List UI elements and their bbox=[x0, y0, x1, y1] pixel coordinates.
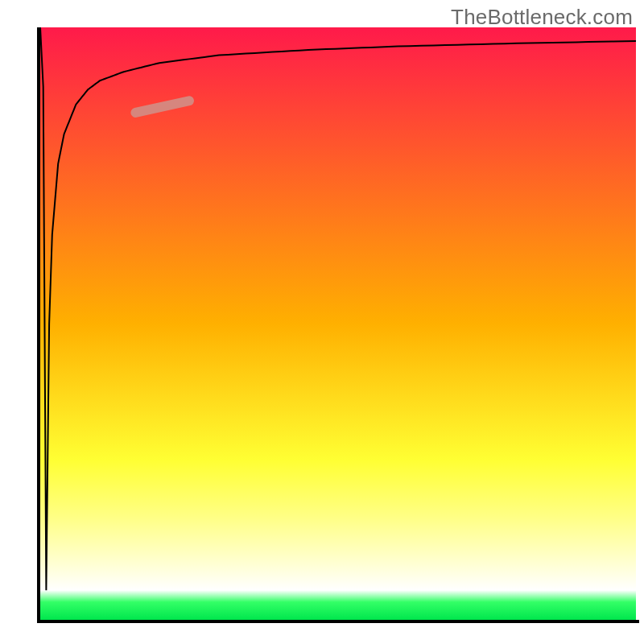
watermark-text: TheBottleneck.com bbox=[451, 5, 633, 30]
plot-gradient-bg bbox=[40, 27, 636, 620]
y-axis bbox=[37, 27, 40, 623]
chart-container: TheBottleneck.com bbox=[0, 0, 644, 644]
chart-svg bbox=[0, 0, 644, 644]
x-axis bbox=[37, 620, 639, 623]
